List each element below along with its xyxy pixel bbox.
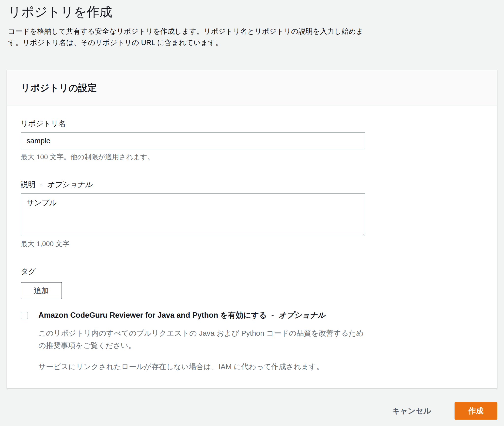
description-label-separator: - (40, 180, 42, 189)
repository-name-label: リポジトリ名 (21, 119, 483, 128)
description-textarea[interactable]: サンプル (21, 193, 365, 236)
description-label: 説明 - オプショナル (21, 180, 483, 189)
codeguru-description: このリポジトリ内のすべてのプルリクエストの Java および Python コー… (38, 327, 368, 352)
codeguru-content: Amazon CodeGuru Reviewer for Java and Py… (38, 310, 368, 373)
codeguru-label-optional: オプショナル (278, 311, 325, 319)
repository-settings-card: リポジトリの設定 リポジトリ名 最大 100 文字。他の制限が適用されます。 説… (7, 70, 497, 388)
description-helper: 最大 1,000 文字 (21, 240, 483, 248)
add-tag-button[interactable]: 追加 (21, 282, 62, 299)
description-label-optional: オプショナル (47, 180, 92, 189)
page-description: コードを格納して共有する安全なリポジトリを作成します。リポジトリ名とリポジトリの… (8, 26, 377, 48)
card-header-title: リポジトリの設定 (21, 82, 483, 93)
form-actions: キャンセル 作成 (7, 402, 497, 420)
create-repository-page: リポジトリを作成 コードを格納して共有する安全なリポジトリを作成します。リポジト… (0, 4, 504, 420)
card-body: リポジトリ名 最大 100 文字。他の制限が適用されます。 説明 - オプショナ… (7, 106, 497, 388)
codeguru-label-text: Amazon CodeGuru Reviewer for Java and Py… (38, 311, 267, 319)
description-label-text: 説明 (21, 180, 35, 189)
tags-label: タグ (21, 267, 483, 276)
description-field: 説明 - オプショナル サンプル 最大 1,000 文字 (21, 180, 483, 248)
page-title: リポジトリを作成 (8, 4, 497, 20)
create-button[interactable]: 作成 (455, 402, 497, 420)
codeguru-checkbox[interactable] (21, 312, 28, 319)
repository-name-input[interactable] (21, 132, 365, 149)
codeguru-label[interactable]: Amazon CodeGuru Reviewer for Java and Py… (38, 310, 368, 320)
tags-field: タグ 追加 (21, 267, 483, 299)
card-header: リポジトリの設定 (7, 70, 497, 106)
codeguru-role-note: サービスにリンクされたロールが存在しない場合は、IAM に代わって作成されます。 (38, 361, 368, 373)
repository-name-helper: 最大 100 文字。他の制限が適用されます。 (21, 153, 483, 161)
codeguru-label-separator: - (271, 311, 274, 319)
repository-name-field: リポジトリ名 最大 100 文字。他の制限が適用されます。 (21, 119, 483, 161)
codeguru-field: Amazon CodeGuru Reviewer for Java and Py… (21, 310, 483, 373)
cancel-button[interactable]: キャンセル (392, 406, 431, 416)
